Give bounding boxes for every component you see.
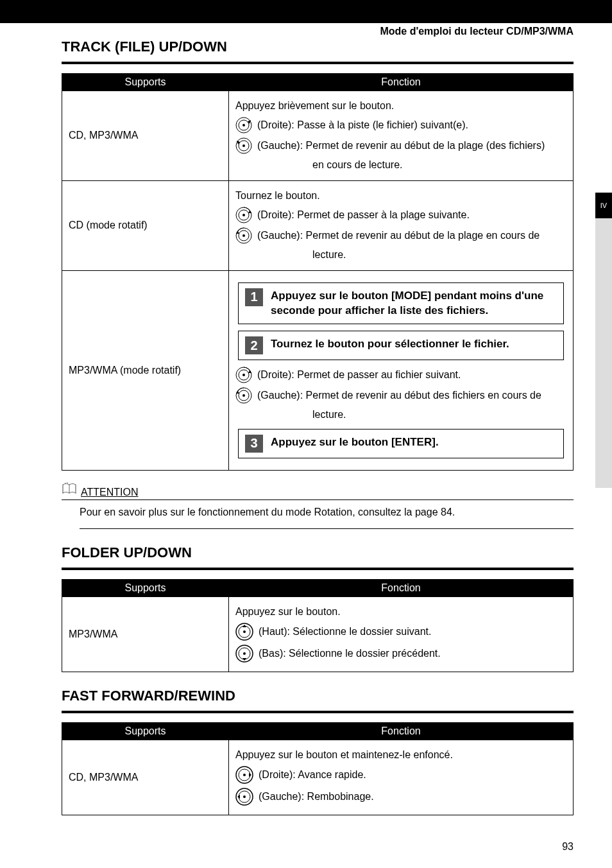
support-cell: CD, MP3/WMA: [62, 740, 229, 815]
col-supports: Supports: [62, 579, 229, 596]
step-2-text: Tournez le bouton pour sélectionner le f…: [271, 336, 509, 352]
svg-point-11: [242, 234, 245, 237]
side-tab: IV: [595, 193, 612, 218]
fonction-cell: Appuyez brièvement sur le bouton. (Droit…: [229, 91, 574, 181]
attention-body: Pour en savoir plus sur le fonctionnemen…: [80, 507, 574, 529]
table-row: CD (mode rotatif) Tournez le bouton. (Dr…: [62, 180, 574, 270]
dial-down-icon: [235, 645, 253, 663]
dial-cw-icon: [235, 367, 252, 383]
left-text: (Gauche): Permet de revenir au début des…: [257, 388, 541, 403]
track-section-title: TRACK (FILE) UP/DOWN: [62, 39, 574, 55]
folder-table: Supports Fonction MP3/WMA Appuyez sur le…: [62, 579, 574, 672]
dial-left-icon: [235, 788, 253, 806]
step-3-text: Appuyez sur le bouton [ENTER].: [271, 435, 439, 450]
table-row: CD, MP3/WMA Appuyez sur le bouton et mai…: [62, 740, 574, 815]
step-number-3: 3: [245, 435, 263, 453]
svg-point-8: [242, 214, 245, 216]
fast-rule: [62, 711, 574, 713]
dial-ccw-icon: [235, 227, 252, 244]
table-row: MP3/WMA Appuyez sur le bouton. (Haut): S…: [62, 596, 574, 672]
col-supports: Supports: [62, 74, 229, 91]
top-bar: [0, 0, 612, 23]
svg-point-21: [243, 630, 246, 633]
dial-right-icon: [235, 117, 252, 134]
support-cell: CD (mode rotatif): [62, 180, 229, 270]
table-row: MP3/WMA (mode rotatif) 1 Appuyez sur le …: [62, 270, 574, 470]
svg-point-2: [242, 124, 245, 126]
support-cell: CD, MP3/WMA: [62, 91, 229, 181]
svg-point-27: [243, 774, 246, 776]
folder-section-title: FOLDER UP/DOWN: [62, 544, 574, 561]
up-text: (Haut): Sélectionne le dossier suivant.: [259, 625, 431, 639]
track-table: Supports Fonction CD, MP3/WMA Appuyez br…: [62, 73, 574, 471]
table-header-row: Supports Fonction: [62, 722, 574, 740]
track-rule: [62, 62, 574, 64]
intro-text: Appuyez sur le bouton.: [235, 605, 566, 619]
intro-text: Tournez le bouton.: [235, 189, 566, 203]
down-text: (Bas): Sélectionne le dossier précédent.: [259, 647, 441, 661]
page-number: 93: [562, 841, 574, 853]
svg-point-30: [243, 795, 246, 798]
fast-table: Supports Fonction CD, MP3/WMA Appuyez su…: [62, 722, 574, 815]
left-text: (Gauche): Permet de revenir au début de …: [257, 139, 545, 153]
step-box-2: 2 Tournez le bouton pour sélectionner le…: [238, 331, 564, 360]
right-text: (Droite): Permet de passer au fichier su…: [257, 368, 461, 382]
intro-text: Appuyez sur le bouton et maintenez-le en…: [235, 748, 566, 762]
intro-text: Appuyez brièvement sur le bouton.: [235, 99, 566, 113]
step-number-1: 1: [245, 288, 263, 306]
table-header-row: Supports Fonction: [62, 74, 574, 91]
dial-up-icon: [235, 623, 253, 641]
svg-point-24: [243, 652, 246, 655]
right-text: (Droite): Passe à la piste (le fichier) …: [257, 118, 468, 132]
right-text: (Droite): Avance rapide.: [259, 768, 366, 782]
fonction-cell: Appuyez sur le bouton. (Haut): Sélection…: [229, 596, 574, 672]
svg-point-5: [242, 144, 245, 147]
right-text: (Droite): Permet de passer à la plage su…: [257, 208, 470, 222]
left-text-extra: lecture.: [235, 248, 566, 262]
step-1-text: Appuyez sur le bouton [MODE] pendant moi…: [271, 288, 557, 319]
dial-ccw-icon: [235, 387, 252, 404]
side-tab-grey: [595, 218, 612, 488]
support-cell: MP3/WMA (mode rotatif): [62, 270, 229, 470]
col-fonction: Fonction: [229, 74, 574, 91]
fonction-cell: Tournez le bouton. (Droite): Permet de p…: [229, 180, 574, 270]
step-box-3: 3 Appuyez sur le bouton [ENTER].: [238, 429, 564, 458]
fonction-cell: Appuyez sur le bouton et maintenez-le en…: [229, 740, 574, 815]
col-supports: Supports: [62, 722, 229, 740]
breadcrumb: Mode d'emploi du lecteur CD/MP3/WMA: [380, 26, 574, 37]
table-row: CD, MP3/WMA Appuyez brièvement sur le bo…: [62, 91, 574, 181]
dial-left-icon: [235, 137, 252, 154]
svg-point-14: [242, 374, 245, 376]
left-text-extra: lecture.: [235, 408, 566, 422]
fonction-cell: 1 Appuyez sur le bouton [MODE] pendant m…: [229, 270, 574, 470]
step-box-1: 1 Appuyez sur le bouton [MODE] pendant m…: [238, 282, 564, 325]
left-text: (Gauche): Permet de revenir au début de …: [257, 229, 540, 243]
dial-cw-icon: [235, 207, 252, 223]
dial-right-icon: [235, 766, 253, 784]
support-cell: MP3/WMA: [62, 596, 229, 672]
attention-label: ATTENTION: [81, 487, 138, 498]
folder-rule: [62, 568, 574, 570]
col-fonction: Fonction: [229, 579, 574, 596]
step-number-2: 2: [245, 336, 263, 354]
left-text: (Gauche): Rembobinage.: [259, 790, 374, 804]
book-icon: [62, 482, 77, 498]
table-header-row: Supports Fonction: [62, 579, 574, 596]
attention-header: ATTENTION: [62, 482, 574, 500]
fast-section-title: FAST FORWARD/REWIND: [62, 688, 574, 704]
svg-point-17: [242, 394, 245, 397]
col-fonction: Fonction: [229, 722, 574, 740]
left-text-extra: en cours de lecture.: [235, 158, 566, 172]
